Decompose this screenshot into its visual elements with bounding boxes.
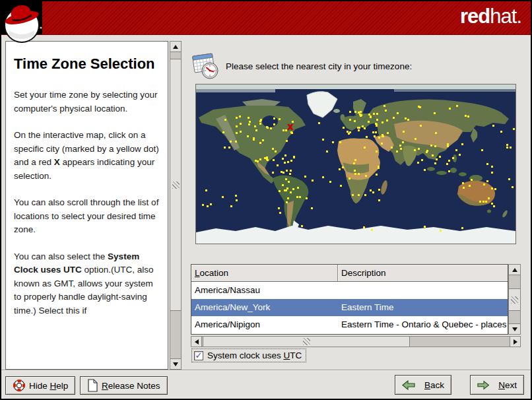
map-city-dot[interactable] xyxy=(286,187,288,189)
map-city-dot[interactable] xyxy=(506,144,508,146)
map-city-dot[interactable] xyxy=(436,158,438,160)
map-city-dot[interactable] xyxy=(205,189,207,191)
map-city-dot[interactable] xyxy=(364,127,366,129)
back-button[interactable]: Back xyxy=(395,375,451,395)
utc-checkbox-row[interactable]: ✓ System clock uses UTC xyxy=(191,349,306,362)
map-city-dot[interactable] xyxy=(447,145,449,147)
map-city-dot[interactable] xyxy=(239,116,241,117)
map-city-dot[interactable] xyxy=(289,173,291,175)
map-city-dot[interactable] xyxy=(207,205,209,207)
map-city-dot[interactable] xyxy=(378,137,380,139)
table-vscrollbar[interactable] xyxy=(508,264,521,335)
map-city-dot[interactable] xyxy=(278,207,280,209)
map-city-dot[interactable] xyxy=(432,154,434,156)
map-city-dot[interactable] xyxy=(285,189,287,191)
map-city-dot[interactable] xyxy=(449,108,451,110)
help-scroll-down-button[interactable] xyxy=(170,358,182,370)
map-city-dot[interactable] xyxy=(287,161,289,163)
map-city-dot[interactable] xyxy=(481,149,483,151)
map-city-dot[interactable] xyxy=(285,129,287,131)
map-city-dot[interactable] xyxy=(382,121,383,123)
map-city-dot[interactable] xyxy=(236,199,238,201)
map-city-dot[interactable] xyxy=(285,178,287,180)
map-city-dot[interactable] xyxy=(482,201,484,203)
table-hscroll-thumb[interactable] xyxy=(203,336,410,347)
map-city-dot[interactable] xyxy=(455,149,457,151)
map-city-dot[interactable] xyxy=(360,111,362,113)
map-city-dot[interactable] xyxy=(471,179,473,181)
map-city-dot[interactable] xyxy=(358,129,360,131)
map-city-dot[interactable] xyxy=(287,197,289,199)
map-city-dot[interactable] xyxy=(456,105,458,107)
map-city-dot[interactable] xyxy=(326,150,328,152)
map-city-dot[interactable] xyxy=(440,230,442,232)
map-city-dot[interactable] xyxy=(382,134,383,136)
map-city-dot[interactable] xyxy=(414,149,416,151)
map-city-dot[interactable] xyxy=(358,194,360,196)
map-city-dot[interactable] xyxy=(230,141,232,143)
map-city-dot[interactable] xyxy=(420,125,422,127)
utc-checkbox[interactable]: ✓ xyxy=(194,351,203,360)
map-city-dot[interactable] xyxy=(354,170,356,172)
map-city-dot[interactable] xyxy=(396,150,398,152)
table-scroll-left-button[interactable] xyxy=(191,336,202,347)
map-city-dot[interactable] xyxy=(491,166,493,168)
map-city-dot[interactable] xyxy=(236,132,238,134)
column-header-description[interactable]: Description xyxy=(338,265,508,282)
map-city-dot[interactable] xyxy=(240,131,242,133)
map-city-dot[interactable] xyxy=(292,188,294,190)
map-city-dot[interactable] xyxy=(222,196,224,198)
map-city-dot[interactable] xyxy=(387,132,389,134)
map-city-dot[interactable] xyxy=(492,125,494,127)
map-city-dot[interactable] xyxy=(435,132,437,134)
world-map[interactable]: X xyxy=(195,84,516,244)
table-scroll-right-button[interactable] xyxy=(510,336,521,347)
map-city-dot[interactable] xyxy=(376,174,378,176)
map-city-dot[interactable] xyxy=(311,207,313,209)
map-city-dot[interactable] xyxy=(259,158,261,160)
map-city-dot[interactable] xyxy=(378,199,380,201)
map-city-dot[interactable] xyxy=(349,111,351,113)
map-city-dot[interactable] xyxy=(370,116,372,118)
map-city-dot[interactable] xyxy=(399,145,401,147)
map-city-dot[interactable] xyxy=(273,117,275,119)
map-city-dot[interactable] xyxy=(272,172,274,174)
map-city-dot[interactable] xyxy=(434,145,436,147)
map-city-dot[interactable] xyxy=(202,204,204,206)
map-city-dot[interactable] xyxy=(512,186,514,188)
hide-help-button[interactable]: Hide Help xyxy=(5,376,75,395)
map-city-dot[interactable] xyxy=(418,148,420,150)
map-city-dot[interactable] xyxy=(304,176,306,178)
map-city-dot[interactable] xyxy=(424,226,426,228)
map-city-dot[interactable] xyxy=(306,197,308,199)
map-city-dot[interactable] xyxy=(354,111,356,113)
map-city-dot[interactable] xyxy=(235,195,237,197)
map-city-dot[interactable] xyxy=(322,139,324,141)
map-city-dot[interactable] xyxy=(332,141,334,143)
map-city-dot[interactable] xyxy=(247,135,249,137)
map-city-dot[interactable] xyxy=(376,150,378,152)
map-city-dot[interactable] xyxy=(259,123,261,125)
map-city-dot[interactable] xyxy=(347,131,349,133)
map-city-dot[interactable] xyxy=(290,170,292,172)
table-hscrollbar[interactable] xyxy=(191,336,521,347)
map-city-dot[interactable] xyxy=(462,182,464,184)
map-city-dot[interactable] xyxy=(491,203,493,205)
map-city-dot[interactable] xyxy=(403,131,405,133)
map-city-dot[interactable] xyxy=(354,159,356,161)
table-row[interactable]: America/New_YorkEastern Time xyxy=(191,299,508,316)
map-city-dot[interactable] xyxy=(259,142,261,144)
map-city-dot[interactable] xyxy=(270,127,272,129)
map-city-dot[interactable] xyxy=(284,154,286,156)
map-city-dot[interactable] xyxy=(342,166,344,168)
map-city-dot[interactable] xyxy=(340,185,342,187)
column-header-location[interactable]: Location xyxy=(191,265,338,282)
map-city-dot[interactable] xyxy=(500,131,502,133)
map-city-dot[interactable] xyxy=(283,172,284,174)
map-city-dot[interactable] xyxy=(257,160,259,162)
map-city-dot[interactable] xyxy=(273,123,275,125)
map-city-dot[interactable] xyxy=(486,163,488,165)
map-city-dot[interactable] xyxy=(371,229,373,231)
map-city-dot[interactable] xyxy=(255,129,257,131)
map-city-dot[interactable] xyxy=(349,131,351,133)
